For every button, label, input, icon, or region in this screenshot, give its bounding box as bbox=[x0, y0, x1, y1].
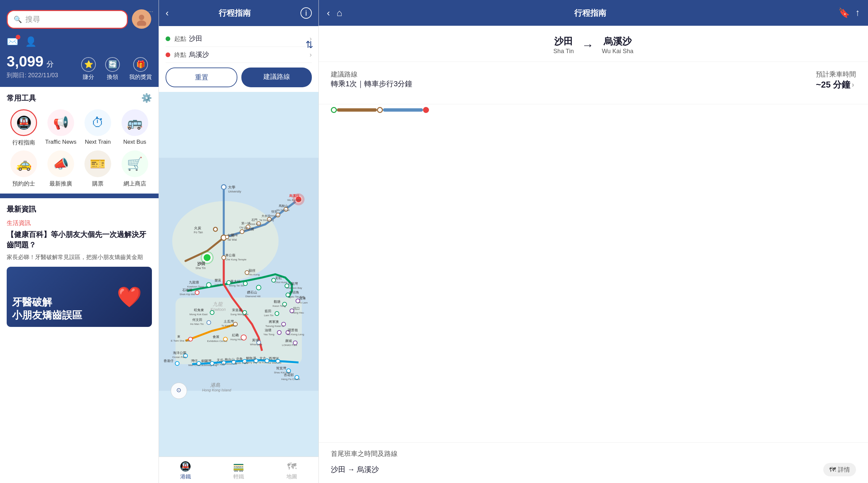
journey-icon-wrap: 🚇 bbox=[10, 109, 37, 136]
mail-icon[interactable]: ✉️ bbox=[7, 36, 18, 47]
tools-grid: 🚇 行程指南 📢 Traffic News ⏱ Next Train bbox=[7, 109, 152, 188]
detail-map-icon: 🗺 bbox=[829, 466, 836, 474]
svg-text:坑口: 坑口 bbox=[293, 307, 300, 310]
tool-shop[interactable]: 🛒 網上商店 bbox=[118, 150, 152, 188]
svg-text:黃埔: 黃埔 bbox=[252, 338, 259, 342]
shop-icon: 🛒 bbox=[127, 157, 143, 171]
destination-chevron-icon: › bbox=[309, 51, 312, 58]
destination-dot bbox=[165, 53, 170, 57]
destination-input-row[interactable]: 終點 烏溪沙 › bbox=[165, 47, 312, 63]
map-tab-label: 地圖 bbox=[286, 473, 297, 480]
svg-text:紅磡: 紅磡 bbox=[232, 333, 239, 337]
detail-share-button[interactable]: ↑ bbox=[855, 7, 860, 19]
ticket-icon: 🎫 bbox=[90, 157, 105, 171]
route-info-section: 建議路線 轉乘1次｜轉車步行3分鐘 預計乘車時間 ~25 分鐘 › bbox=[319, 62, 868, 104]
svg-text:Wan Chai: Wan Chai bbox=[188, 364, 200, 367]
traffic-icon-wrap: 📢 bbox=[48, 109, 74, 136]
svg-text:顯徑: 顯徑 bbox=[249, 269, 255, 273]
svg-text:烏溪沙: 烏溪沙 bbox=[289, 194, 300, 198]
points-section: 3,099 分 到期日: 2022/11/03 ⭐ 賺分 🔄 換領 🎁 我的獎賞 bbox=[0, 51, 159, 87]
svg-text:康城: 康城 bbox=[285, 339, 292, 343]
news-banner-text: 牙醫破解小朋友矯齒誤區 bbox=[12, 295, 82, 321]
search-icon: 🔍 bbox=[14, 16, 22, 23]
svg-text:Kwun Tong: Kwun Tong bbox=[273, 305, 286, 308]
svg-text:City One: City One bbox=[239, 226, 248, 229]
svg-point-3 bbox=[172, 201, 279, 281]
back-button[interactable]: ‹ bbox=[165, 8, 168, 19]
settings-icon[interactable]: ⚙️ bbox=[141, 93, 152, 103]
reset-button[interactable]: 重置 bbox=[165, 67, 237, 87]
tool-next-train[interactable]: ⏱ Next Train bbox=[81, 109, 115, 146]
earn-points-button[interactable]: ⭐ 賺分 bbox=[81, 57, 96, 81]
svg-text:Tai Koo: Tai Koo bbox=[258, 361, 267, 364]
svg-text:海洋公園: 海洋公園 bbox=[173, 351, 186, 355]
time-chevron-icon: › bbox=[851, 81, 854, 89]
detail-bookmark-button[interactable]: 🔖 bbox=[838, 7, 850, 19]
tool-traffic-news[interactable]: 📢 Traffic News bbox=[44, 109, 78, 146]
svg-text:觀塘: 觀塘 bbox=[274, 300, 280, 304]
tool-tickets[interactable]: 🎫 購票 bbox=[81, 150, 115, 188]
svg-text:銅鑼灣: 銅鑼灣 bbox=[201, 359, 211, 363]
mtr-map-svg: 大學 University 大圍 Tai Wai 沙田 Sha Tin 火炭 F… bbox=[159, 92, 318, 457]
svg-text:Hin Kong: Hin Kong bbox=[249, 273, 260, 276]
news-headline[interactable]: 【健康百科】等小朋友大個先一次過解決牙齒問題？ bbox=[7, 230, 152, 250]
news-section: 最新資訊 生活資訊 【健康百科】等小朋友大個先一次過解決牙齒問題？ 家長必睇！牙… bbox=[0, 198, 159, 483]
svg-text:Ho Man Tin: Ho Man Tin bbox=[190, 322, 204, 325]
avatar-wrap[interactable]: ··· bbox=[132, 9, 152, 29]
destination-station-en: Wu Kai Sha bbox=[602, 48, 633, 55]
tool-taxi[interactable]: 🚕 預約的士 bbox=[7, 150, 41, 188]
svg-text:九龍塘: 九龍塘 bbox=[189, 280, 199, 284]
route-detail-nav-left: ‹ ⌂ bbox=[327, 8, 342, 19]
travel-time[interactable]: ~25 分鐘 › bbox=[816, 79, 856, 91]
tool-promotions[interactable]: 📣 最新推廣 bbox=[44, 150, 78, 188]
svg-text:旺角東: 旺角東 bbox=[194, 308, 204, 312]
first-last-title: 首尾班車之時間及路線 bbox=[331, 449, 856, 458]
svg-text:第一城: 第一城 bbox=[241, 222, 250, 225]
svg-text:黃大仙: 黃大仙 bbox=[230, 279, 240, 283]
info-button[interactable]: i bbox=[301, 7, 312, 19]
redeem-points-button[interactable]: 🔄 換領 bbox=[105, 57, 120, 81]
tool-shop-label: 網上商店 bbox=[124, 180, 146, 188]
mtr-tab-label: 港鐵 bbox=[180, 473, 191, 480]
route-arrow-icon: → bbox=[582, 38, 594, 52]
origin-input-row[interactable]: 起點 沙田 › bbox=[165, 31, 312, 47]
svg-text:九龍: 九龍 bbox=[213, 301, 223, 307]
swap-icon[interactable]: ⇅ bbox=[306, 39, 313, 50]
tab-map[interactable]: 🗺 地圖 bbox=[266, 461, 318, 480]
promo-icon-wrap: 📣 bbox=[48, 150, 74, 177]
svg-text:Tai Wai: Tai Wai bbox=[227, 238, 237, 242]
svg-text:⊙: ⊙ bbox=[176, 387, 181, 393]
search-box[interactable]: 🔍 搜尋 bbox=[7, 10, 128, 29]
my-rewards-button[interactable]: 🎁 我的獎賞 bbox=[129, 57, 152, 81]
tool-journey-label: 行程指南 bbox=[12, 139, 35, 146]
suggest-route-button[interactable]: 建議路線 bbox=[241, 67, 312, 87]
svg-text:Lam Tin: Lam Tin bbox=[264, 314, 273, 317]
svg-text:炮台山: 炮台山 bbox=[225, 358, 235, 361]
detail-back-button[interactable]: ‹ bbox=[327, 8, 330, 19]
line-seg-1 bbox=[337, 108, 377, 112]
tool-next-bus[interactable]: 🚌 Next Bus bbox=[118, 109, 152, 146]
journey-icon: 🚇 bbox=[16, 115, 32, 130]
user-actions: ✉️ 👤 bbox=[0, 34, 159, 51]
svg-text:牛頭角: 牛頭角 bbox=[289, 290, 299, 294]
news-banner[interactable]: 牙醫破解小朋友矯齒誤區 ❤️ bbox=[7, 267, 152, 327]
svg-text:Tseung Kwan O: Tseung Kwan O bbox=[266, 324, 284, 328]
panel-route-detail: ‹ ⌂ 行程指南 🔖 ↑ 沙田 Sha Tin → 烏溪沙 Wu Kai Sha… bbox=[319, 0, 868, 483]
svg-text:寶琳: 寶琳 bbox=[299, 296, 306, 300]
detail-home-button[interactable]: ⌂ bbox=[337, 8, 342, 19]
tools-header: 常用工具 ⚙️ bbox=[7, 93, 152, 103]
tool-journey-planner[interactable]: 🚇 行程指南 bbox=[7, 109, 41, 146]
tab-mtr[interactable]: 🚇 港鐵 bbox=[159, 461, 212, 480]
detail-button[interactable]: 🗺 詳情 bbox=[823, 463, 856, 476]
route-text: 沙田 → 烏溪沙 bbox=[331, 464, 379, 475]
mtr-map[interactable]: 大學 University 大圍 Tai Wai 沙田 Sha Tin 火炭 F… bbox=[159, 92, 318, 457]
svg-text:Shek Mun: Shek Mun bbox=[250, 223, 261, 225]
tab-lrt[interactable]: 🚃 輕鐵 bbox=[212, 461, 265, 480]
svg-text:調景嶺: 調景嶺 bbox=[288, 328, 298, 332]
svg-text:Heng Fa Chuen: Heng Fa Chuen bbox=[281, 378, 300, 381]
svg-text:Hong Kong Island: Hong Kong Island bbox=[202, 388, 231, 392]
profile-icon[interactable]: 👤 bbox=[25, 36, 37, 47]
svg-point-11 bbox=[203, 254, 211, 262]
search-input[interactable]: 搜尋 bbox=[25, 15, 40, 24]
svg-text:Shek Kip Mei: Shek Kip Mei bbox=[180, 293, 195, 296]
